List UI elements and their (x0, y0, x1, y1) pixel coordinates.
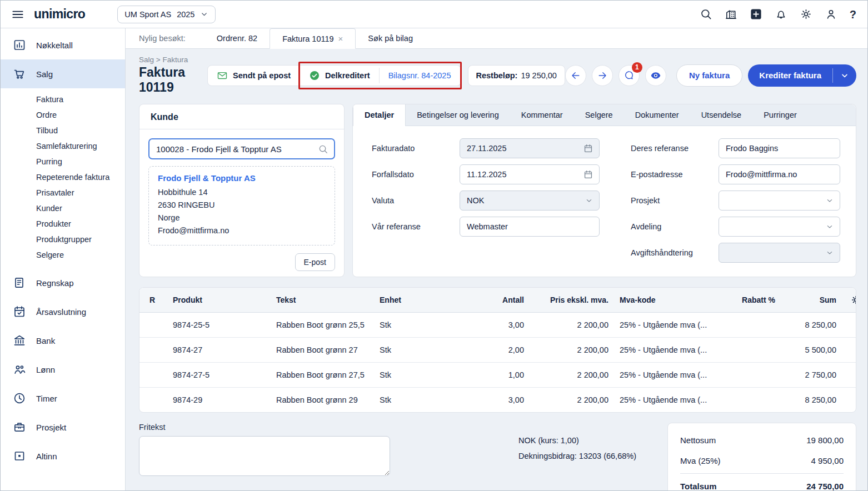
previous-invoice-button[interactable] (565, 65, 586, 86)
user-icon[interactable] (825, 8, 837, 21)
sidebar-item-produkter[interactable]: Produkter (1, 216, 125, 232)
notifications-bell-icon[interactable] (775, 8, 787, 21)
cell-tekst[interactable]: Rabben Boot grønn 27,5 (271, 362, 374, 387)
cell-produkt[interactable]: 9874-27 (167, 337, 271, 362)
sidebar-item-arsavslutning[interactable]: Årsavslutning (1, 297, 125, 326)
forfallsdato-input[interactable]: 11.12.2025 (460, 164, 600, 184)
cell-mva[interactable]: 25% - Utgående mva (... (614, 337, 725, 362)
tab-sok-pa-bilag[interactable]: Søk på bilag (356, 28, 425, 48)
cell-tekst[interactable]: Rabben Boot grønn 29 (271, 387, 374, 412)
cell-mva[interactable]: 25% - Utgående mva (... (614, 312, 725, 337)
cell-pris[interactable]: 2 200,00 (530, 362, 614, 387)
settings-gear-icon[interactable] (800, 8, 812, 21)
cell-produkt[interactable]: 9874-27-5 (167, 362, 271, 387)
sidebar-item-repeterende-faktura[interactable]: Repeterende faktura (1, 169, 125, 185)
tab-kommentar[interactable]: Kommentar (510, 104, 574, 126)
sidebar-item-kunder[interactable]: Kunder (1, 201, 125, 216)
cell-rabatt[interactable] (725, 312, 781, 337)
new-invoice-button[interactable]: Ny faktura (676, 64, 742, 87)
sidebar-item-purring[interactable]: Purring (1, 154, 125, 169)
mva-value: 4 950,00 (811, 456, 844, 465)
sidebar-item-ordre[interactable]: Ordre (1, 107, 125, 123)
cell-tekst[interactable]: Rabben Boot grønn 27 (271, 337, 374, 362)
tab-betingelser-og-levering[interactable]: Betingelser og levering (406, 104, 510, 126)
credit-invoice-button[interactable]: Krediter faktura (748, 64, 856, 87)
search-icon[interactable] (700, 8, 712, 21)
cell-antall[interactable]: 1,00 (478, 362, 530, 387)
cell-pris[interactable]: 2 200,00 (530, 387, 614, 412)
fakturadato-input[interactable]: 27.11.2025 (460, 138, 600, 158)
valuta-select[interactable]: NOK (460, 191, 600, 211)
var-referanse-input[interactable]: Webmaster (460, 217, 600, 237)
cell-antall[interactable]: 3,00 (478, 312, 530, 337)
sidebar-item-faktura[interactable]: Faktura (1, 92, 125, 107)
cell-rabatt[interactable] (725, 387, 781, 412)
sidebar-item-bank[interactable]: Bank (1, 326, 125, 355)
calendar-icon[interactable] (583, 143, 593, 154)
tab-dokumenter[interactable]: Dokumenter (624, 104, 690, 126)
hamburger-menu-icon[interactable] (11, 7, 25, 22)
breadcrumb[interactable]: Salg > Faktura (139, 56, 192, 64)
cell-tekst[interactable]: Rabben Boot grønn 25,5 (271, 312, 374, 337)
table-row[interactable]: 9874-27 Rabben Boot grønn 27 Stk 2,00 2 … (139, 337, 856, 362)
cell-produkt[interactable]: 9874-29 (167, 387, 271, 412)
cell-enhet[interactable]: Stk (374, 362, 478, 387)
avdeling-select[interactable] (719, 217, 840, 237)
avgiftshandtering-select[interactable] (719, 243, 840, 263)
preview-button[interactable] (645, 65, 666, 86)
sidebar-item-tilbud[interactable]: Tilbud (1, 123, 125, 138)
sidebar-item-prosjekt[interactable]: Prosjekt (1, 413, 125, 442)
sidebar-item-salg[interactable]: Salg (1, 59, 125, 88)
fritekst-label: Fritekst (139, 423, 392, 432)
tab-utsendelse[interactable]: Utsendelse (690, 104, 753, 126)
cell-produkt[interactable]: 9874-25-5 (167, 312, 271, 337)
cell-mva[interactable]: 25% - Utgående mva (... (614, 362, 725, 387)
close-icon[interactable]: × (338, 34, 343, 43)
email-button[interactable]: E-post (295, 253, 335, 271)
tab-selgere[interactable]: Selgere (574, 104, 624, 126)
sidebar-item-prisavtaler[interactable]: Prisavtaler (1, 185, 125, 201)
company-selector[interactable]: UM Sport AS 2025 (117, 6, 216, 23)
table-row[interactable]: 9874-29 Rabben Boot grønn 29 Stk 3,00 2 … (139, 387, 856, 412)
cell-mva[interactable]: 25% - Utgående mva (... (614, 387, 725, 412)
tab-faktura-10119[interactable]: Faktura 10119 × (270, 28, 356, 49)
cell-rabatt[interactable] (725, 337, 781, 362)
search-icon[interactable] (318, 144, 328, 154)
deres-referanse-input[interactable]: Frodo Baggins (719, 138, 840, 158)
tab-detaljer[interactable]: Detaljer (353, 104, 406, 126)
cell-enhet[interactable]: Stk (374, 312, 478, 337)
cell-antall[interactable]: 3,00 (478, 387, 530, 412)
tab-purringer[interactable]: Purringer (752, 104, 808, 126)
sidebar-item-produktgrupper[interactable]: Produktgrupper (1, 232, 125, 247)
sidebar-item-samlefakturering[interactable]: Samlefakturering (1, 138, 125, 154)
next-invoice-button[interactable] (592, 65, 613, 86)
table-row[interactable]: 9874-25-5 Rabben Boot grønn 25,5 Stk 3,0… (139, 312, 856, 337)
bilagsnr-link[interactable]: Bilagsnr. 84-2025 (380, 63, 460, 88)
add-plus-icon[interactable] (750, 8, 762, 21)
comments-button[interactable]: 1 (618, 65, 640, 86)
cell-rabatt[interactable] (725, 362, 781, 387)
sidebar-item-selgere[interactable]: Selgere (1, 247, 125, 263)
tab-ordrenr-82[interactable]: Ordrenr. 82 (204, 28, 270, 48)
help-icon[interactable]: ? (850, 9, 856, 20)
cell-pris[interactable]: 2 200,00 (530, 337, 614, 362)
epostadresse-input[interactable]: Frodo@mittfirma.no (719, 164, 840, 184)
cell-enhet[interactable]: Stk (374, 387, 478, 412)
sidebar-item-timer[interactable]: Timer (1, 384, 125, 413)
prosjekt-select[interactable] (719, 191, 840, 211)
customer-name-link[interactable]: Frodo Fjell & Topptur AS (158, 173, 326, 183)
sidebar-item-lonn[interactable]: Lønn (1, 355, 125, 384)
table-settings-gear-icon[interactable] (851, 295, 856, 305)
credit-invoice-dropdown[interactable] (833, 64, 856, 87)
cell-enhet[interactable]: Stk (374, 337, 478, 362)
cell-antall[interactable]: 2,00 (478, 337, 530, 362)
table-row[interactable]: 9874-27-5 Rabben Boot grønn 27,5 Stk 1,0… (139, 362, 856, 387)
customer-search-input[interactable]: 100028 - Frodo Fjell & Topptur AS (148, 138, 335, 159)
sidebar-item-nokkeltall[interactable]: Nøkkeltall (1, 31, 125, 59)
fritekst-textarea[interactable] (139, 436, 390, 476)
sidebar-item-regnskap[interactable]: Regnskap (1, 268, 125, 297)
marketplace-buildings-icon[interactable] (725, 8, 737, 21)
calendar-icon[interactable] (583, 169, 593, 180)
cell-pris[interactable]: 2 200,00 (530, 312, 614, 337)
sidebar-item-altinn[interactable]: Altinn (1, 442, 125, 470)
